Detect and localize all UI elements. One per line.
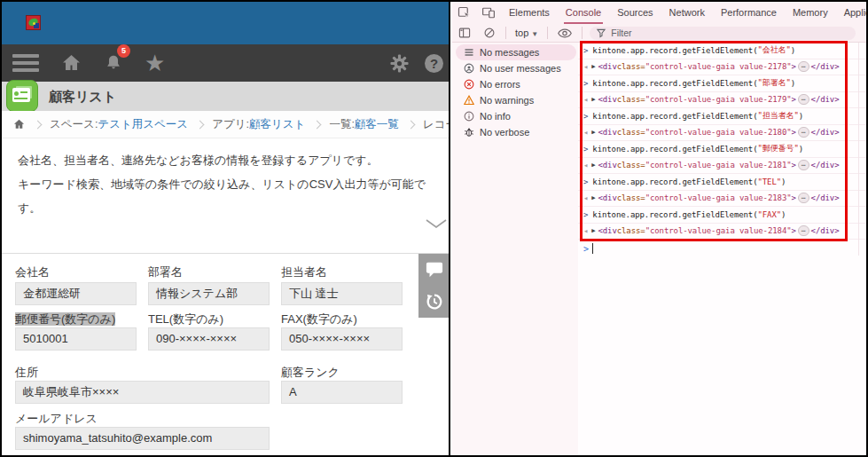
- breadcrumb-separator: [196, 120, 205, 129]
- field-value-fax: 050-××××-××××: [281, 327, 403, 351]
- inspect-element-icon[interactable]: [457, 6, 471, 20]
- expand-ellipsis-button[interactable]: …: [798, 127, 809, 138]
- console-result-row: ◂▶<div class="control-value-gaia value-2…: [578, 125, 868, 142]
- breadcrumb-separator: [406, 120, 415, 129]
- app-description-line2: キーワード検索、地域等の条件での絞り込み、リストのCSV入出力等が可能です。: [18, 172, 449, 220]
- expand-triangle-icon[interactable]: ▶: [591, 96, 595, 103]
- sidebar-item-verbose[interactable]: No verbose: [456, 124, 576, 140]
- field-value-rank: A: [281, 381, 403, 404]
- sidebar-item-errors[interactable]: No errors: [456, 76, 576, 92]
- breadcrumb-view-prefix: 一覧:: [329, 117, 354, 132]
- tab-network[interactable]: Network: [661, 2, 713, 24]
- expand-triangle-icon[interactable]: ▶: [591, 227, 595, 234]
- console-input-row: >kintone.app.record.getFieldElement("TEL…: [578, 174, 868, 191]
- scrollbar-gutter: [858, 43, 859, 256]
- record-form: 会社名 金都運総研 部署名 情報システム部 担当者名 下山 達士 郵便番号(数字…: [2, 254, 449, 455]
- sidebar-item-user-messages[interactable]: No user messages: [456, 60, 576, 76]
- expand-triangle-icon[interactable]: ▶: [591, 162, 595, 169]
- breadcrumb-separator: [313, 120, 322, 129]
- record-side-rail: [418, 254, 450, 318]
- home-icon[interactable]: [60, 52, 82, 74]
- output-arrow-icon: ◂: [583, 95, 588, 104]
- toolbar-divider: [582, 27, 583, 39]
- console-input-row: >kintone.app.record.getFieldElement("郵便番…: [578, 141, 868, 158]
- collapse-chevron-icon[interactable]: [425, 217, 448, 232]
- field-label: FAX(数字のみ): [281, 311, 357, 326]
- errors-icon: [464, 79, 474, 90]
- kintone-logo-icon: [26, 15, 41, 30]
- expand-ellipsis-button[interactable]: …: [798, 225, 809, 236]
- app-description-line1: 会社名、担当者名、連絡先などお客様の情報を登録するアプリです。: [18, 148, 449, 172]
- console-sidebar-toggle-icon[interactable]: [458, 27, 471, 39]
- field-value-contact: 下山 達士: [281, 282, 403, 305]
- console-body: No messages No user messages No errors N…: [452, 43, 868, 455]
- prompt-chevron-icon: >: [583, 244, 589, 254]
- console-input-row: >kintone.app.record.getFieldElement("会社名…: [578, 43, 868, 59]
- console-result-row: ◂▶<div class="control-value-gaia value-2…: [578, 191, 868, 208]
- notification-bell-icon[interactable]: 5: [104, 52, 123, 74]
- output-arrow-icon: ◂: [583, 62, 588, 71]
- field-label: TEL(数字のみ): [148, 311, 223, 326]
- tab-elements[interactable]: Elements: [501, 2, 558, 24]
- user-messages-icon: [464, 63, 474, 74]
- sidebar-item-all-messages[interactable]: No messages: [456, 44, 576, 60]
- breadcrumb-app-link[interactable]: 顧客リスト: [249, 117, 305, 132]
- app-description: 会社名、担当者名、連絡先などお客様の情報を登録するアプリです。 キーワード検索、…: [18, 148, 449, 220]
- sidebar-item-warnings[interactable]: No warnings: [456, 92, 576, 108]
- sidebar-item-info[interactable]: No info: [456, 108, 576, 124]
- filter-placeholder: Filter: [611, 28, 631, 38]
- expand-ellipsis-button[interactable]: …: [798, 160, 809, 170]
- comments-icon[interactable]: [425, 261, 444, 279]
- notification-count-badge: 5: [117, 44, 130, 58]
- expand-triangle-icon[interactable]: ▶: [591, 194, 595, 201]
- breadcrumb-separator: [34, 120, 43, 129]
- console-input-row: >kintone.app.record.getFieldElement("部署名…: [578, 75, 868, 92]
- app-title-bar: 顧客リスト: [2, 82, 449, 111]
- verbose-bug-icon: [464, 127, 474, 138]
- kintone-toolbar: 5 ★: [2, 44, 449, 82]
- expand-ellipsis-button[interactable]: …: [798, 61, 809, 72]
- field-label: 担当者名: [281, 264, 327, 279]
- output-arrow-icon: ◂: [583, 161, 588, 169]
- favorites-star-icon[interactable]: ★: [145, 51, 165, 75]
- expand-ellipsis-button[interactable]: …: [798, 94, 809, 105]
- live-expression-eye-icon[interactable]: [558, 28, 572, 39]
- hamburger-menu-icon[interactable]: [12, 51, 39, 75]
- console-filter-input[interactable]: Filter: [590, 27, 856, 40]
- devtools-tab-bar: Elements Console Sources Network Perform…: [452, 2, 868, 24]
- filter-funnel-icon: [596, 28, 606, 38]
- info-icon: [464, 111, 474, 122]
- field-label: 部署名: [148, 264, 183, 279]
- text-cursor: [592, 243, 593, 254]
- field-label: メールアドレス: [15, 411, 98, 425]
- tab-console[interactable]: Console: [558, 2, 609, 24]
- device-toolbar-icon[interactable]: [481, 6, 496, 20]
- context-selector[interactable]: top ▼: [515, 28, 538, 38]
- output-arrow-icon: ◂: [583, 226, 588, 235]
- tab-application[interactable]: Application: [836, 2, 868, 24]
- expand-triangle-icon[interactable]: ▶: [591, 63, 595, 70]
- clear-console-icon[interactable]: [483, 27, 496, 39]
- field-value-address: 岐阜県岐阜市××××: [15, 381, 270, 404]
- expand-triangle-icon[interactable]: ▶: [591, 129, 595, 136]
- tab-sources[interactable]: Sources: [609, 2, 661, 24]
- breadcrumb-record-prefix: レコード:: [423, 117, 449, 132]
- help-icon[interactable]: ?: [425, 54, 449, 73]
- console-input-row: >kintone.app.record.getFieldElement("FAX…: [578, 207, 868, 224]
- breadcrumb-home-icon[interactable]: [12, 118, 26, 130]
- field-label: 会社名: [15, 264, 50, 279]
- settings-gear-icon[interactable]: [390, 54, 409, 73]
- change-history-icon[interactable]: [425, 292, 444, 311]
- breadcrumb-view-link[interactable]: 顧客一覧: [355, 117, 399, 132]
- breadcrumb-space-link[interactable]: テスト用スペース: [98, 117, 188, 132]
- expand-ellipsis-button[interactable]: …: [798, 193, 809, 203]
- tab-performance[interactable]: Performance: [713, 2, 785, 24]
- console-prompt[interactable]: >: [578, 240, 868, 257]
- breadcrumb-space-prefix: スペース:: [50, 117, 98, 132]
- console-result-row: ◂▶<div class="control-value-gaia value-2…: [578, 92, 868, 109]
- output-arrow-icon: ◂: [583, 128, 588, 137]
- field-label: 住所: [15, 365, 38, 379]
- field-value-email: shimoyama_tatsuhito@example.com: [15, 427, 270, 450]
- breadcrumb: スペース: テスト用スペース アプリ: 顧客リスト 一覧: 顧客一覧 レコード:…: [2, 111, 449, 138]
- tab-memory[interactable]: Memory: [785, 2, 836, 24]
